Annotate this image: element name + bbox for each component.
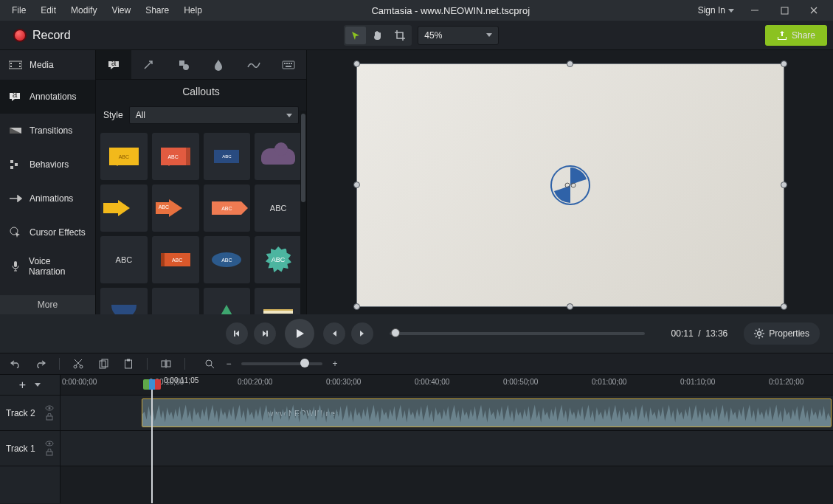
copy-button[interactable]: [97, 357, 110, 370]
minimize-button[interactable]: [740, 0, 770, 21]
callout-thumb[interactable]: ABC: [255, 236, 302, 283]
next-frame-button[interactable]: [254, 322, 276, 345]
resize-handle-e[interactable]: [781, 182, 787, 188]
callout-thumb[interactable]: ABC: [152, 236, 199, 283]
callout-thumb[interactable]: [255, 288, 302, 314]
lock-toggle[interactable]: [45, 449, 54, 456]
menu-file[interactable]: File: [4, 0, 33, 21]
callout-thumb[interactable]: ABC: [204, 133, 251, 180]
resize-handle-s[interactable]: [567, 303, 573, 310]
scrollbar-thumb[interactable]: [301, 114, 305, 202]
track-row-2[interactable]: www.NEOWIN.net: [61, 396, 833, 431]
properties-button[interactable]: Properties: [744, 322, 820, 345]
sidebar-item-annotations[interactable]: a Annotations: [0, 80, 95, 114]
zoom-search-icon[interactable]: [203, 357, 216, 370]
tab-keystroke[interactable]: [272, 50, 307, 79]
svg-rect-31: [266, 331, 268, 336]
sidebar-item-transitions[interactable]: Transitions: [0, 114, 95, 148]
menu-share[interactable]: Share: [138, 0, 176, 21]
track-header-2[interactable]: Track 2: [0, 396, 60, 431]
playhead-line[interactable]: [151, 390, 153, 503]
prev-frame-button[interactable]: [226, 322, 248, 345]
zoom-slider-knob[interactable]: [300, 359, 309, 367]
paste-button[interactable]: [122, 357, 135, 370]
callout-thumb[interactable]: [100, 184, 148, 232]
redo-button[interactable]: [34, 357, 47, 370]
step-back-button[interactable]: [323, 322, 345, 345]
tab-shapes[interactable]: [166, 50, 201, 79]
sidebar-item-media[interactable]: Media: [0, 50, 95, 80]
callout-thumb[interactable]: ABC: [255, 184, 302, 232]
visibility-toggle[interactable]: [45, 405, 54, 411]
callout-thumb[interactable]: ABC: [100, 133, 148, 180]
resize-handle-n[interactable]: [567, 61, 573, 67]
resize-handle-nw[interactable]: [353, 61, 360, 67]
select-tool[interactable]: [345, 27, 366, 44]
tab-arrows[interactable]: [131, 50, 167, 79]
maximize-button[interactable]: [770, 0, 799, 21]
zoom-slider[interactable]: [241, 362, 322, 365]
callout-thumb[interactable]: [255, 133, 302, 180]
play-button[interactable]: [285, 319, 314, 348]
scrubber-knob[interactable]: [391, 328, 400, 337]
undo-button[interactable]: [9, 357, 22, 370]
track-row-1[interactable]: [61, 431, 833, 466]
media-clip[interactable]: www.NEOWIN.net: [142, 398, 832, 427]
zoom-out-button[interactable]: −: [222, 357, 235, 370]
timeline-canvas[interactable]: 0:00:11;05 0:00:00;00 0:00:10;00 0:00:20…: [61, 375, 833, 503]
tab-callouts[interactable]: a: [96, 50, 131, 79]
sidebar-item-cursor-effects[interactable]: Cursor Effects: [0, 215, 95, 249]
tab-blur[interactable]: [201, 50, 237, 79]
waveform: [142, 399, 831, 427]
sidebar-item-label: Behaviors: [30, 159, 69, 170]
sidebar-more-button[interactable]: More: [0, 295, 95, 314]
lock-toggle[interactable]: [45, 413, 54, 421]
menu-view[interactable]: View: [104, 0, 138, 21]
svg-point-42: [80, 365, 83, 368]
close-button[interactable]: [799, 0, 829, 21]
svg-point-56: [49, 443, 51, 445]
style-select[interactable]: All: [129, 106, 299, 124]
track-header-1[interactable]: Track 1: [0, 431, 60, 466]
split-button[interactable]: [159, 357, 173, 370]
sidebar-item-voice-narration[interactable]: Voice Narration: [0, 249, 95, 283]
callout-thumb[interactable]: ABC: [152, 184, 199, 232]
step-forward-button[interactable]: [351, 322, 373, 345]
playback-scrubber[interactable]: [390, 332, 645, 335]
sidebar-item-animations[interactable]: Animations: [0, 182, 95, 215]
playhead-handle[interactable]: [143, 379, 161, 390]
cut-button[interactable]: [72, 357, 85, 370]
menu-help[interactable]: Help: [176, 0, 210, 21]
resize-handle-w[interactable]: [353, 182, 360, 188]
zoom-in-button[interactable]: +: [328, 357, 342, 370]
callout-thumb[interactable]: [152, 288, 199, 314]
svg-rect-12: [10, 160, 13, 163]
callout-thumb[interactable]: ABC: [100, 236, 148, 283]
callout-thumb[interactable]: ABC: [152, 133, 199, 180]
signin-button[interactable]: Sign In: [692, 5, 740, 15]
record-button[interactable]: Record: [6, 25, 78, 46]
visibility-toggle[interactable]: [45, 441, 54, 446]
asset-scrollbar[interactable]: [300, 111, 306, 314]
callout-thumb[interactable]: ABC: [204, 184, 251, 232]
timeline-ruler[interactable]: 0:00:11;05 0:00:00;00 0:00:10;00 0:00:20…: [61, 375, 833, 396]
zoom-select[interactable]: 45%: [418, 26, 499, 45]
resize-handle-se[interactable]: [781, 303, 787, 310]
track-menu-button[interactable]: [35, 383, 41, 387]
pan-tool[interactable]: [367, 27, 388, 44]
canvas-frame[interactable]: [356, 63, 784, 307]
add-track-button[interactable]: +: [19, 379, 26, 392]
resize-handle-sw[interactable]: [353, 303, 360, 310]
menu-modify[interactable]: Modify: [63, 0, 104, 21]
callout-thumb[interactable]: [204, 288, 251, 314]
tab-sketch[interactable]: [236, 50, 272, 79]
canvas-area[interactable]: [307, 50, 833, 314]
resize-handle-ne[interactable]: [781, 61, 787, 67]
callout-thumb[interactable]: [100, 288, 148, 314]
crop-tool[interactable]: [390, 27, 410, 44]
menu-edit[interactable]: Edit: [33, 0, 63, 21]
share-button[interactable]: Share: [765, 25, 827, 46]
sidebar-item-behaviors[interactable]: Behaviors: [0, 148, 95, 182]
sidebar-item-label: Transitions: [30, 125, 72, 136]
callout-thumb[interactable]: ABC: [204, 236, 251, 283]
